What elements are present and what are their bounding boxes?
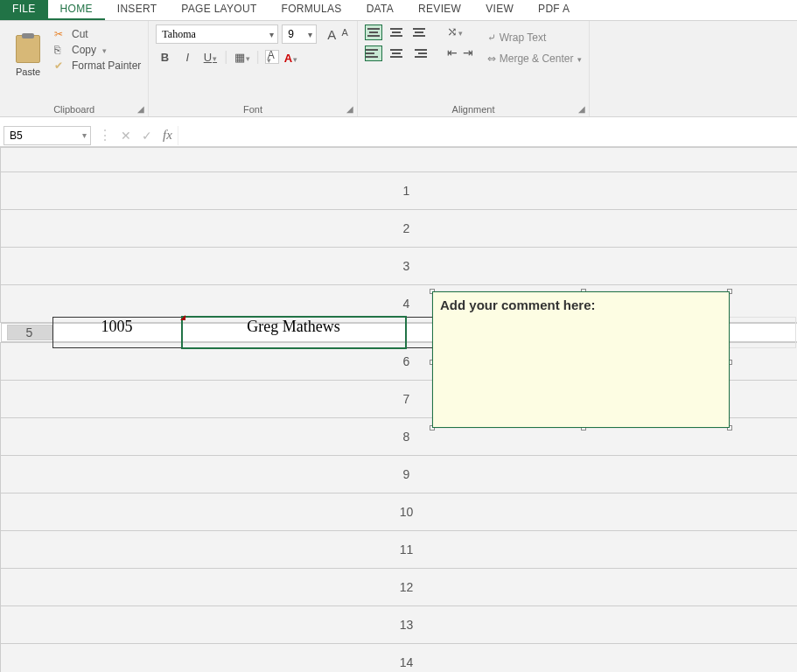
fill-color-button[interactable] xyxy=(265,50,279,64)
scissors-icon xyxy=(54,28,66,40)
cancel-formula-button[interactable]: ✕ xyxy=(115,129,136,143)
tab-page-layout[interactable]: PAGE LAYOUT xyxy=(169,0,269,20)
cell-A5[interactable]: 1005 xyxy=(52,317,182,348)
wrap-text-label: Wrap Text xyxy=(500,32,547,44)
clipboard-launcher-icon[interactable]: ◢ xyxy=(137,104,144,114)
paste-button[interactable]: Paste xyxy=(7,24,49,88)
borders-button[interactable]: ▦ xyxy=(234,51,251,64)
tab-review[interactable]: REVIEW xyxy=(406,0,473,20)
italic-button[interactable]: I xyxy=(178,51,196,64)
align-top-button[interactable] xyxy=(365,24,382,40)
merge-center-label: Merge & Center xyxy=(500,52,574,65)
row-header-1[interactable]: 1 xyxy=(1,172,798,210)
copy-icon xyxy=(54,44,66,56)
paste-label: Paste xyxy=(16,66,40,77)
wrap-text-icon: ⤶ xyxy=(487,32,496,44)
align-left-button[interactable] xyxy=(365,46,382,61)
alignment-group-label: Alignment xyxy=(358,104,590,115)
name-box[interactable]: B5 xyxy=(3,126,91,145)
tab-data[interactable]: DATA xyxy=(354,0,406,20)
comment-prompt: Add your comment here: xyxy=(440,298,722,312)
align-middle-button[interactable] xyxy=(388,24,405,40)
orientation-button[interactable]: ⤭ xyxy=(447,24,463,40)
copy-label: Copy xyxy=(72,44,96,56)
tab-formulas[interactable]: FORMULAS xyxy=(269,0,354,20)
merge-icon: ⇔ xyxy=(487,52,496,65)
row-header-11[interactable]: 11 xyxy=(1,531,798,569)
tab-view[interactable]: VIEW xyxy=(473,0,526,20)
formula-input[interactable] xyxy=(178,126,797,145)
clipboard-icon xyxy=(16,35,40,63)
decrease-indent-button[interactable]: ⇤ xyxy=(447,46,458,61)
row-header-13[interactable]: 13 xyxy=(1,606,798,644)
enter-formula-button[interactable]: ✓ xyxy=(136,129,157,143)
paintbrush-icon xyxy=(54,60,66,72)
fx-label[interactable]: fx xyxy=(157,128,178,143)
comment-container: Add your comment here: xyxy=(432,291,730,428)
tab-file[interactable]: FILE xyxy=(0,0,48,20)
row-header-10[interactable]: 10 xyxy=(1,494,798,531)
increase-indent-button[interactable]: ⇥ xyxy=(463,46,473,61)
merge-center-button[interactable]: ⇔Merge & Center xyxy=(487,52,583,65)
decrease-font-icon[interactable]: A xyxy=(339,27,349,42)
cut-label: Cut xyxy=(72,28,88,40)
row-header-12[interactable]: 12 xyxy=(1,569,798,606)
clipboard-group-label: Clipboard xyxy=(0,104,148,115)
format-painter-button[interactable]: Format Painter xyxy=(54,60,141,72)
ribbon-tabs: FILE HOME INSERT PAGE LAYOUT FORMULAS DA… xyxy=(0,0,797,21)
row-header-2[interactable]: 2 xyxy=(1,210,798,248)
group-clipboard: Paste Cut Copy Format Painter Clipboard … xyxy=(0,21,149,116)
row-header-5[interactable]: 5 xyxy=(7,325,52,340)
font-group-label: Font xyxy=(149,104,356,115)
merge-dropdown-icon[interactable] xyxy=(577,52,582,65)
copy-button[interactable]: Copy xyxy=(54,44,141,56)
cell-B5[interactable]: Greg Mathews xyxy=(182,317,406,348)
comment-box[interactable]: Add your comment here: xyxy=(432,291,730,428)
align-right-button[interactable] xyxy=(410,46,428,61)
copy-dropdown-icon[interactable] xyxy=(101,44,107,56)
underline-button[interactable]: U xyxy=(201,51,219,64)
comment-body[interactable] xyxy=(440,312,722,382)
cut-button[interactable]: Cut xyxy=(54,28,141,40)
alignment-launcher-icon[interactable]: ◢ xyxy=(578,104,585,114)
font-color-button[interactable] xyxy=(284,50,298,64)
align-center-button[interactable] xyxy=(388,46,405,61)
format-painter-label: Format Painter xyxy=(72,60,141,72)
wrap-text-button[interactable]: ⤶Wrap Text xyxy=(487,32,583,44)
font-size-select[interactable]: 9 xyxy=(282,24,317,44)
formula-bar: B5 ⋮ ✕ ✓ fx xyxy=(0,124,797,147)
ribbon: Paste Cut Copy Format Painter Clipboard … xyxy=(0,21,797,117)
font-launcher-icon[interactable]: ◢ xyxy=(346,104,353,114)
align-bottom-button[interactable] xyxy=(410,24,428,40)
tab-pdf[interactable]: PDF A xyxy=(526,0,582,20)
row-header-9[interactable]: 9 xyxy=(1,456,798,494)
tab-insert[interactable]: INSERT xyxy=(105,0,170,20)
row-header-14[interactable]: 14 xyxy=(1,644,798,673)
group-alignment: ⤭ ⇤ ⇥ ⤶Wrap Text ⇔Merge & Center Alignme… xyxy=(358,21,591,116)
increase-font-icon[interactable]: A xyxy=(325,27,338,42)
group-font: Tahoma 9 A A B I U | ▦ | Font ◢ xyxy=(149,21,357,116)
font-name-select[interactable]: Tahoma xyxy=(156,24,278,44)
select-all-corner[interactable] xyxy=(1,148,798,172)
row-header-3[interactable]: 3 xyxy=(1,248,798,285)
worksheet-grid: A B C D E 11001Jack Daniel2160%21002Mich… xyxy=(0,147,797,672)
bold-button[interactable]: B xyxy=(156,51,173,64)
tab-home[interactable]: HOME xyxy=(48,0,105,20)
